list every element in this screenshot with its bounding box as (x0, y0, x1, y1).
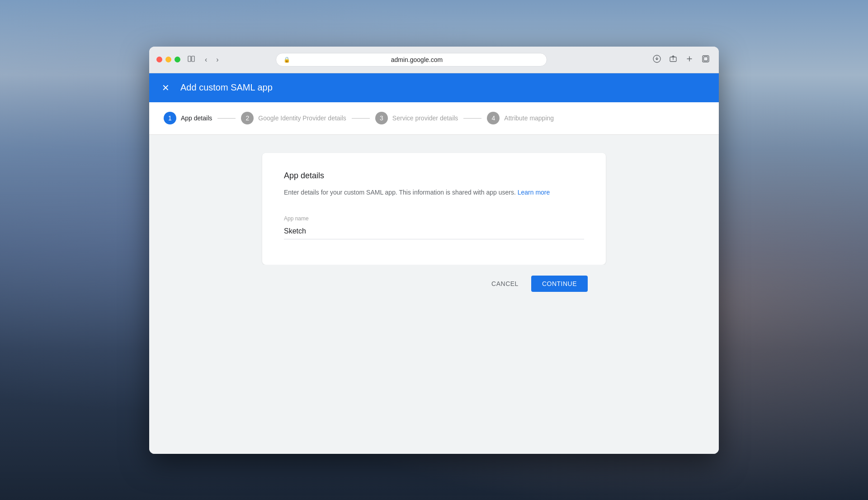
continue-button[interactable]: CONTINUE (531, 276, 588, 292)
step-2: 2 Google Identity Provider details (241, 112, 346, 124)
step-3-label: Service provider details (392, 114, 458, 122)
browser-nav: ‹ › (202, 54, 222, 65)
back-button[interactable]: ‹ (202, 54, 210, 65)
app-name-field: App name (284, 215, 584, 239)
forward-button[interactable]: › (213, 54, 221, 65)
share-button[interactable] (667, 53, 679, 67)
browser-chrome: ‹ › 🔒 admin.google.com (149, 47, 719, 73)
app-content: ✕ Add custom SAML app 1 App details 2 Go… (149, 73, 719, 454)
svg-rect-1 (192, 56, 194, 62)
step-4-number: 4 (487, 112, 500, 124)
step-2-number: 2 (241, 112, 254, 124)
card-description-text: Enter details for your custom SAML app. … (284, 189, 516, 196)
app-name-input[interactable] (284, 224, 584, 239)
step-4: 4 Attribute mapping (487, 112, 554, 124)
app-header: ✕ Add custom SAML app (149, 73, 719, 102)
content-area: App details Enter details for your custo… (149, 135, 719, 454)
stepper: 1 App details 2 Google Identity Provider… (164, 112, 554, 124)
tabs-button[interactable] (700, 53, 712, 67)
app-details-card: App details Enter details for your custo… (262, 153, 606, 265)
svg-rect-0 (188, 56, 191, 62)
browser-window: ‹ › 🔒 admin.google.com (149, 47, 719, 454)
new-tab-button[interactable] (684, 53, 695, 67)
url-text: admin.google.com (294, 56, 539, 63)
step-3-number: 3 (375, 112, 388, 124)
action-bar: CANCEL CONTINUE (262, 265, 606, 303)
main-area: 1 App details 2 Google Identity Provider… (149, 102, 719, 454)
lock-icon: 🔒 (283, 57, 290, 63)
svg-rect-5 (704, 57, 708, 61)
learn-more-link[interactable]: Learn more (518, 189, 550, 196)
card-title: App details (284, 171, 584, 181)
stepper-bar: 1 App details 2 Google Identity Provider… (149, 102, 719, 135)
traffic-lights (156, 57, 180, 62)
sidebar-toggle-button[interactable] (186, 53, 197, 66)
cancel-button[interactable]: CANCEL (482, 276, 528, 292)
step-3: 3 Service provider details (375, 112, 458, 124)
step-4-label: Attribute mapping (504, 114, 554, 122)
download-button[interactable] (651, 53, 663, 67)
step-1-label: App details (181, 114, 212, 122)
minimize-traffic-light[interactable] (165, 57, 171, 62)
card-description: Enter details for your custom SAML app. … (284, 188, 584, 197)
address-bar[interactable]: 🔒 admin.google.com (276, 53, 547, 67)
close-traffic-light[interactable] (156, 57, 162, 62)
step-1: 1 App details (164, 112, 212, 124)
step-connector-2 (352, 118, 370, 119)
app-name-label: App name (284, 215, 584, 222)
step-connector-3 (463, 118, 481, 119)
step-connector-1 (217, 118, 236, 119)
close-button[interactable]: ✕ (160, 81, 171, 94)
maximize-traffic-light[interactable] (175, 57, 180, 62)
app-title: Add custom SAML app (180, 82, 273, 93)
step-1-number: 1 (164, 112, 176, 124)
step-2-label: Google Identity Provider details (258, 114, 346, 122)
browser-actions (651, 53, 712, 67)
